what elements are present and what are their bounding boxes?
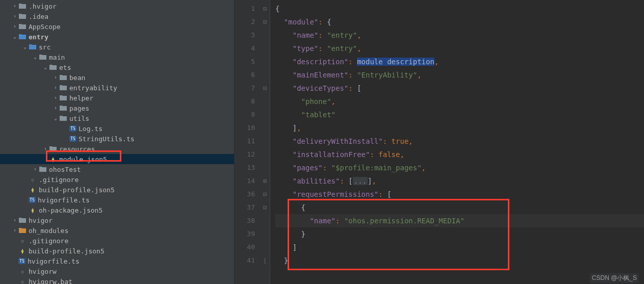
code-line[interactable]: } [275, 227, 644, 241]
tree-item-bean[interactable]: ›bean [0, 72, 234, 83]
token-punc: : [336, 217, 344, 225]
chevron-right-icon[interactable]: › [52, 106, 59, 111]
tree-item--gitignore[interactable]: ▫.gitignore [0, 174, 234, 185]
tree-item-stringutils-ts[interactable]: TSStringUtils.ts [0, 134, 234, 144]
tree-item-entry[interactable]: ⌄entry [0, 32, 234, 42]
ts-icon: TS [69, 125, 76, 132]
tree-item-hvigor[interactable]: ›hvigor [0, 215, 234, 225]
chevron-right-icon[interactable]: › [52, 85, 59, 90]
code-line[interactable]: ] [275, 241, 644, 254]
tree-item-label: hvigorw [29, 268, 57, 275]
chevron-right-icon[interactable]: › [11, 4, 18, 9]
code-line[interactable]: "description": module description, [275, 55, 644, 68]
token-punc: , [331, 97, 336, 106]
code-line[interactable]: "requestPermissions": [ [275, 188, 644, 201]
tree-item-hvigorfile-ts[interactable]: TShvigorfile.ts [0, 256, 234, 266]
tree-item--hvigor[interactable]: ›.hvigor [0, 1, 234, 11]
project-tree[interactable]: ›.hvigor›.idea›AppScope⌄entry⌄src⌄main⌄e… [0, 0, 235, 284]
fold-empty [260, 241, 270, 254]
tree-item-appscope[interactable]: ›AppScope [0, 21, 234, 32]
code-line[interactable]: "name": "ohos.permission.READ_MEDIA" [275, 214, 644, 227]
tree-item-oh-package-json5[interactable]: ⧫oh-package.json5 [0, 205, 234, 215]
code-line[interactable]: "module": { [275, 15, 644, 29]
line-number: 8 [235, 95, 255, 108]
chevron-down-icon[interactable]: ⌄ [42, 65, 49, 70]
tree-item-utils[interactable]: ⌄utils [0, 113, 234, 123]
line-number-gutter: 1234567891011121314363738394041 [235, 0, 260, 284]
tree-item-ohostest[interactable]: ›ohosTest [0, 164, 234, 174]
fold-toggle-icon[interactable]: ⊞ [260, 174, 270, 188]
chevron-down-icon[interactable]: ⌄ [32, 55, 39, 60]
tree-item-hvigorw[interactable]: ▫hvigorw [0, 266, 234, 276]
tree-item-oh_modules[interactable]: ›oh_modules [0, 225, 234, 236]
token-ws [275, 243, 293, 251]
code-line[interactable]: { [275, 201, 644, 214]
token-punc: : [348, 84, 357, 92]
code-line[interactable]: "mainElement": "EntryAbility", [275, 68, 644, 82]
chevron-right-icon[interactable]: › [11, 14, 18, 19]
code-line[interactable]: "tablet" [275, 108, 644, 121]
code-line[interactable]: } [275, 254, 644, 267]
token-brace: [ [357, 84, 361, 92]
token-brace: { [327, 18, 331, 26]
folder-icon [18, 12, 27, 20]
chevron-right-icon[interactable]: › [11, 228, 18, 233]
tree-item-label: oh_modules [29, 227, 68, 235]
tree-item-build-profile-json5[interactable]: ⧫build-profile.json5 [0, 185, 234, 195]
json-icon: ⧫ [49, 155, 57, 163]
token-punc: , [434, 58, 439, 66]
code-editor[interactable]: 1234567891011121314363738394041 ⊟⊟⊟⊞⊟⊟⌊ … [235, 0, 644, 284]
tree-item-helper[interactable]: ›helper [0, 93, 234, 103]
chevron-down-icon[interactable]: ⌄ [52, 116, 59, 121]
token-punc: : [340, 177, 348, 185]
tree-item-resources[interactable]: ›resources [0, 144, 234, 154]
code-line[interactable]: "deviceTypes": [ [275, 82, 644, 95]
code-line[interactable]: ], [275, 121, 644, 135]
fold-toggle-icon[interactable]: ⊟ [260, 82, 270, 95]
tree-item-pages[interactable]: ›pages [0, 103, 234, 113]
code-line[interactable]: "abilities": [...], [275, 174, 644, 188]
chevron-right-icon[interactable]: › [11, 24, 18, 29]
code-line[interactable]: "phone", [275, 95, 644, 108]
token-brace: [ [348, 177, 352, 185]
chevron-right-icon[interactable]: › [42, 146, 49, 151]
fold-toggle-icon[interactable]: ⌊ [260, 254, 270, 267]
chevron-right-icon[interactable]: › [11, 218, 18, 223]
tree-item-ets[interactable]: ⌄ets [0, 62, 234, 72]
tree-item--gitignore[interactable]: ▫.gitignore [0, 236, 234, 246]
tree-item-build-profile-json5[interactable]: ⧫build-profile.json5 [0, 246, 234, 256]
tree-item-main[interactable]: ⌄main [0, 52, 234, 62]
code-line[interactable]: { [275, 2, 644, 15]
tree-item-hvigorw-bat[interactable]: ▫hvigorw.bat [0, 276, 234, 284]
line-number: 4 [235, 42, 255, 55]
fold-toggle-icon[interactable]: ⊟ [260, 201, 270, 214]
folder-blue-icon [29, 43, 37, 51]
chevron-right-icon[interactable]: › [52, 95, 59, 100]
tree-item-hvigorfile-ts[interactable]: TShvigorfile.ts [0, 195, 234, 205]
code-line[interactable]: "type": "entry", [275, 42, 644, 55]
token-key: "name" [293, 31, 319, 39]
code-line[interactable]: "pages": "$profile:main_pages", [275, 161, 644, 174]
code-area[interactable]: { "module": { "name": "entry", "type": "… [270, 0, 644, 284]
tree-item-module-json5[interactable]: ⧫module.json5 [0, 154, 234, 164]
tree-item-log-ts[interactable]: TSLog.ts [0, 123, 234, 134]
fold-toggle-icon[interactable]: ⊟ [260, 2, 270, 15]
token-ws [275, 111, 301, 119]
token-ws [275, 256, 284, 265]
code-line[interactable]: "deliveryWithInstall": true, [275, 135, 644, 148]
fold-gutter[interactable]: ⊟⊟⊟⊞⊟⊟⌊ [260, 0, 270, 284]
tree-item-label: entryability [69, 84, 117, 92]
fold-toggle-icon[interactable]: ⊟ [260, 188, 270, 201]
chevron-right-icon[interactable]: › [52, 75, 59, 80]
chevron-right-icon[interactable]: › [32, 167, 39, 172]
code-line[interactable]: "installationFree": false, [275, 148, 644, 161]
tree-item-src[interactable]: ⌄src [0, 42, 234, 52]
chevron-down-icon[interactable]: ⌄ [11, 34, 18, 39]
token-punc: , [357, 31, 361, 39]
fold-toggle-icon[interactable]: ⊟ [260, 15, 270, 29]
tree-item--idea[interactable]: ›.idea [0, 11, 234, 21]
chevron-down-icon[interactable]: ⌄ [21, 44, 29, 49]
code-line[interactable]: "name": "entry", [275, 29, 644, 42]
tree-item-label: src [39, 43, 50, 51]
tree-item-entryability[interactable]: ›entryability [0, 83, 234, 93]
